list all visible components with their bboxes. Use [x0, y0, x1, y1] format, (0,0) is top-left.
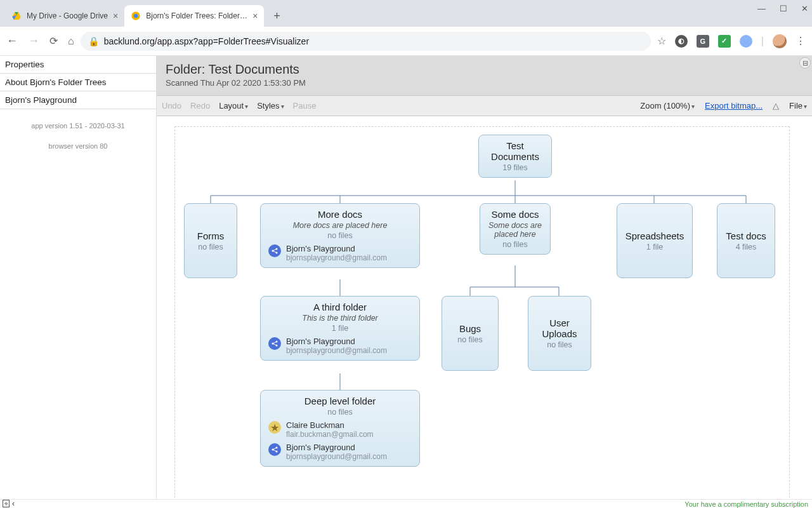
share-icon	[268, 244, 281, 257]
share-icon	[268, 443, 281, 456]
redo-button[interactable]: Redo	[190, 101, 210, 110]
node-forms[interactable]: Forms no files	[184, 203, 237, 278]
browser-tab-strip: My Drive - Google Drive × Bjorn's Folder…	[0, 0, 812, 27]
browser-tab-app[interactable]: Bjorn's Folder Trees: Folder: Test ×	[124, 5, 264, 27]
close-icon[interactable]: ×	[252, 11, 258, 20]
svg-line-21	[273, 250, 276, 251]
star-icon[interactable]: ☆	[657, 35, 666, 47]
svg-line-26	[273, 342, 276, 344]
page-header: Folder: Test Documents Scanned Thu Apr 0…	[157, 56, 812, 96]
node-user-uploads[interactable]: User Uploads no files	[528, 296, 591, 371]
sidebar-item-about[interactable]: About Bjorn's Folder Trees	[0, 74, 156, 91]
close-icon[interactable]: ×	[113, 11, 118, 20]
tree-paper: Test Documents 19 files Forms no files M…	[174, 126, 790, 499]
share-icon	[268, 337, 281, 350]
browser-tab-drive[interactable]: My Drive - Google Drive ×	[5, 5, 124, 27]
tree-canvas[interactable]: Test Documents 19 files Forms no files M…	[157, 116, 812, 499]
lock-icon: 🔒	[88, 36, 99, 46]
layout-menu[interactable]: Layout	[219, 101, 248, 110]
maximize-button[interactable]: ☐	[780, 4, 787, 13]
url-field[interactable]: 🔒 backlund.org/app.aspx?app=FolderTrees#…	[81, 32, 651, 51]
zoom-menu[interactable]: Zoom (100%)	[640, 101, 695, 110]
pause-button[interactable]: Pause	[293, 101, 317, 110]
svg-line-22	[273, 251, 276, 253]
sidebar-item-playground[interactable]: Bjorn's Playground	[0, 91, 156, 109]
node-third-folder[interactable]: A third folder This is the third folder …	[260, 296, 420, 361]
app-version-label: app version 1.51 - 2020-03-31	[0, 122, 156, 130]
svg-line-32	[273, 450, 276, 451]
close-window-button[interactable]: ✕	[801, 4, 808, 13]
status-bar: ⎆ ‹ Your have a complimentary subscripti…	[0, 499, 812, 508]
new-tab-button[interactable]: +	[268, 7, 285, 25]
node-test-docs[interactable]: Test docs 4 files	[717, 203, 775, 278]
forward-button[interactable]: →	[28, 34, 39, 48]
extension-green-icon[interactable]: ✓	[718, 35, 731, 48]
reload-button[interactable]: ⟳	[49, 35, 58, 47]
url-text: backlund.org/app.aspx?app=FolderTrees#Vi…	[104, 36, 309, 46]
svg-line-27	[273, 344, 276, 345]
profile-avatar[interactable]	[773, 34, 787, 48]
sidebar-item-properties[interactable]: Properties	[0, 56, 156, 74]
node-more-docs[interactable]: More docs More docs are placed here no f…	[260, 203, 420, 268]
app-favicon-icon	[131, 11, 141, 21]
sidebar: Properties About Bjorn's Folder Trees Bj…	[0, 56, 157, 499]
drive-favicon-icon	[11, 11, 22, 21]
subscription-note: Your have a complimentary subscription	[684, 500, 808, 508]
svg-line-31	[273, 448, 276, 450]
toolbar: Undo Redo Layout Styles Pause Zoom (100%…	[157, 96, 812, 116]
browser-version-label: browser version 80	[0, 142, 156, 150]
kebab-menu-icon[interactable]: ⋮	[796, 35, 806, 47]
node-spreadsheets[interactable]: Spreadsheets 1 file	[617, 203, 693, 278]
back-button[interactable]: ←	[6, 34, 18, 48]
page-title: Folder: Test Documents	[166, 62, 803, 77]
tab-title: Bjorn's Folder Trees: Folder: Test	[146, 11, 247, 20]
extension-g-icon[interactable]: G	[697, 35, 709, 48]
scan-timestamp: Scanned Thu Apr 02 2020 1:53:30 PM	[166, 78, 803, 88]
node-some-docs[interactable]: Some docs Some docs are placed here no f…	[480, 203, 551, 255]
fullscreen-icon[interactable]: △	[773, 101, 779, 110]
extension-blue-icon[interactable]	[740, 35, 752, 48]
styles-menu[interactable]: Styles	[257, 101, 284, 110]
svg-point-4	[134, 14, 138, 18]
node-root[interactable]: Test Documents 19 files	[478, 135, 552, 178]
chevron-left-icon[interactable]: ‹	[12, 499, 15, 508]
home-button[interactable]: ⌂	[68, 36, 74, 47]
export-bitmap-link[interactable]: Export bitmap...	[705, 101, 763, 110]
node-bugs[interactable]: Bugs no files	[442, 296, 499, 371]
minimize-button[interactable]: —	[757, 4, 766, 13]
undo-button[interactable]: Undo	[162, 101, 181, 110]
browser-address-bar: ← → ⟳ ⌂ 🔒 backlund.org/app.aspx?app=Fold…	[0, 27, 812, 56]
window-controls: — ☐ ✕	[757, 4, 808, 13]
tab-title: My Drive - Google Drive	[27, 11, 108, 20]
node-deep-level[interactable]: Deep level folder no files ★ Claire Buck…	[260, 390, 420, 467]
extension-icon[interactable]: ◐	[675, 35, 688, 48]
file-menu[interactable]: File	[789, 101, 807, 110]
collapse-panel-icon[interactable]: ⊟	[799, 57, 811, 69]
devtools-icon[interactable]: ⎆	[3, 500, 10, 507]
badge-icon: ★	[268, 421, 281, 434]
